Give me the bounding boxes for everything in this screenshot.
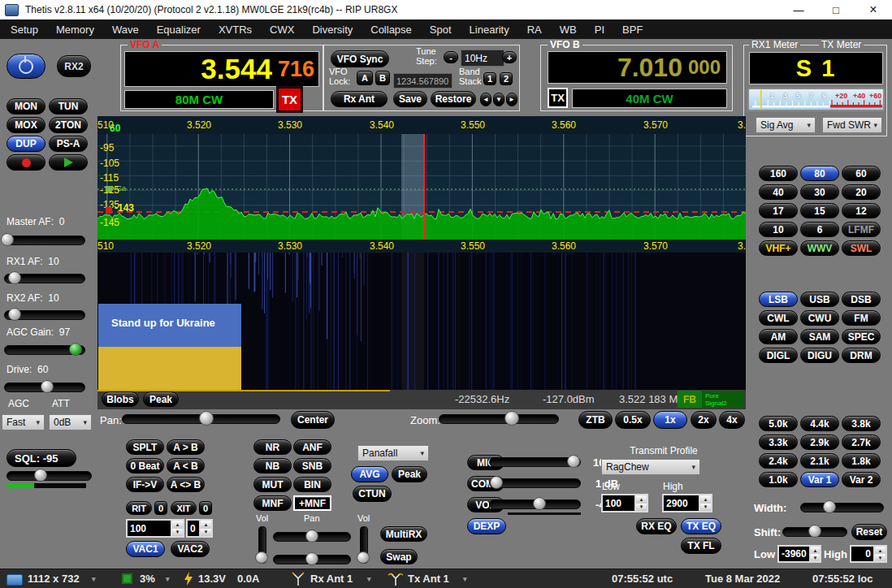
filter-button-2.4k[interactable]: 2.4k: [759, 453, 798, 469]
agc-gain-slider[interactable]: [4, 344, 85, 356]
dsp-button-anf[interactable]: ANF: [293, 439, 331, 455]
frequency-entry-field[interactable]: 1234.567890: [393, 73, 452, 89]
tx-high-spinner[interactable]: 2900▲▼: [662, 494, 712, 512]
menu-item-xvtrs[interactable]: XVTRs: [210, 24, 261, 36]
menu-item-collapse[interactable]: Collapse: [362, 24, 421, 36]
tx-fl-button[interactable]: TX FL: [681, 538, 721, 554]
band-next-button[interactable]: ►: [506, 93, 517, 106]
band-stack-2-button[interactable]: 2: [500, 72, 513, 85]
vfo-a-frequency-display[interactable]: 3.544 716: [124, 51, 319, 87]
mode-button-dsb[interactable]: DSB: [842, 292, 881, 307]
menu-item-bpf[interactable]: BPF: [613, 24, 652, 36]
menu-item-linearity[interactable]: Linearity: [461, 24, 518, 36]
menu-item-wave[interactable]: Wave: [103, 24, 148, 36]
dsp-button-+mnf[interactable]: +MNF: [293, 495, 331, 511]
agc-marker[interactable]: [106, 186, 112, 192]
peak-label-button[interactable]: Peak: [143, 391, 179, 407]
shift-reset-button[interactable]: Reset: [851, 524, 887, 540]
mode-button-digu[interactable]: DIGU: [800, 348, 839, 363]
rx1-pan-slider[interactable]: [273, 530, 351, 543]
filter-button-1.0k[interactable]: 1.0k: [759, 472, 798, 487]
dsp-button-mut[interactable]: MUT: [253, 477, 292, 492]
filter-button-2.1k[interactable]: 2.1k: [800, 453, 839, 469]
save-button[interactable]: Save: [393, 91, 427, 107]
mox-button[interactable]: MOX: [6, 117, 45, 133]
filter-button-var1[interactable]: Var 1: [800, 472, 839, 487]
mode-button-usb[interactable]: USB: [800, 292, 839, 307]
filter-button-3.3k[interactable]: 3.3k: [759, 435, 798, 450]
rit-step-spinner[interactable]: 100▲▼: [126, 519, 184, 538]
band-button-vhf+[interactable]: VHF+: [759, 240, 798, 256]
band-button-60[interactable]: 60: [842, 166, 881, 181]
rx-meter-mode-select[interactable]: Sig Avg▾: [756, 117, 816, 133]
mode-button-cwu[interactable]: CWU: [800, 310, 839, 326]
dsp-button-bin[interactable]: BIN: [293, 477, 331, 492]
mode-button-spec[interactable]: SPEC: [842, 329, 881, 344]
band-button-40[interactable]: 40: [759, 184, 798, 200]
vfo-lock-b-button[interactable]: B: [375, 71, 390, 85]
filter-high-spinner[interactable]: 0▲▼: [850, 545, 887, 563]
vfo-op-button-ifv[interactable]: IF->V: [126, 477, 164, 492]
center-button[interactable]: Center: [291, 411, 335, 429]
band-prev-button[interactable]: ◄: [480, 93, 491, 106]
band-button-12[interactable]: 12: [842, 203, 881, 218]
band-button-10[interactable]: 10: [759, 222, 798, 237]
menu-item-equalizer[interactable]: Equalizer: [148, 24, 210, 36]
mon-button[interactable]: MON: [6, 98, 45, 115]
tune-step-down-button[interactable]: -: [444, 51, 458, 63]
band-button-160[interactable]: 160: [759, 166, 798, 181]
rx2-af-slider[interactable]: [4, 309, 85, 321]
menu-item-pi[interactable]: PI: [586, 24, 613, 36]
close-button[interactable]: ×: [855, 0, 892, 19]
vfo-lock-a-button[interactable]: A: [357, 71, 373, 85]
transmit-profile-select[interactable]: RagChew▾: [601, 459, 700, 475]
tun-button[interactable]: TUN: [49, 98, 88, 115]
xit-value-button[interactable]: 0: [199, 501, 212, 515]
sql-button[interactable]: SQL: -95: [6, 449, 76, 467]
swap-button[interactable]: Swap: [380, 549, 418, 564]
rx1-af-slider[interactable]: [4, 272, 85, 284]
vfo-op-button-ab[interactable]: A <> B: [167, 477, 205, 492]
tx-frequency-line[interactable]: [423, 134, 425, 240]
rit-value-button[interactable]: 0: [154, 501, 167, 515]
ps-a-button[interactable]: PS-A: [49, 136, 88, 152]
filter-button-2.7k[interactable]: 2.7k: [842, 435, 881, 450]
band-button-6[interactable]: 6: [800, 222, 839, 237]
rit-button[interactable]: RIT: [126, 501, 152, 515]
mode-button-cwl[interactable]: CWL: [759, 310, 798, 326]
width-slider[interactable]: [800, 501, 884, 513]
waterfall-display[interactable]: Stand up for Ukraine: [97, 253, 746, 390]
zoom-2x-button[interactable]: 2x: [691, 411, 717, 429]
zoom-slider[interactable]: [439, 413, 559, 425]
play-button[interactable]: [49, 154, 88, 171]
filter-button-5.0k[interactable]: 5.0k: [759, 416, 798, 431]
band-button-15[interactable]: 15: [800, 203, 839, 218]
dsp-button-snb[interactable]: SNB: [293, 458, 331, 473]
rx-eq-button[interactable]: RX EQ: [636, 518, 677, 534]
rx2-pan-slider[interactable]: [273, 553, 351, 565]
panadapter-display[interactable]: 60 5103.5203.5303.5403.5503.5603.5703.5 …: [97, 116, 746, 409]
filter-button-3.8k[interactable]: 3.8k: [842, 416, 881, 431]
vfo-b-tx-button[interactable]: TX: [548, 88, 568, 108]
sql-slider[interactable]: [6, 469, 92, 482]
dup-button[interactable]: DUP: [6, 136, 45, 152]
filter-button-2.9k[interactable]: 2.9k: [800, 435, 839, 450]
ztb-button[interactable]: ZTB: [578, 411, 613, 429]
mode-button-drm[interactable]: DRM: [842, 348, 881, 363]
record-button[interactable]: [6, 154, 45, 171]
two-tone-button[interactable]: 2TON: [49, 117, 88, 133]
vfo-op-button-0beat[interactable]: 0 Beat: [126, 458, 164, 473]
drive-slider[interactable]: [4, 381, 85, 393]
master-af-slider[interactable]: [4, 234, 85, 246]
restore-button[interactable]: Restore: [431, 91, 476, 107]
band-down-button[interactable]: ▼: [493, 93, 504, 106]
filter-button-var2[interactable]: Var 2: [842, 472, 881, 487]
dsp-button-nr[interactable]: NR: [253, 439, 292, 455]
mode-button-digl[interactable]: DIGL: [759, 348, 798, 363]
rx-antenna-dropdown-icon[interactable]: ▾: [367, 575, 371, 583]
band-button-17[interactable]: 17: [759, 203, 798, 218]
menu-item-setup[interactable]: Setup: [2, 24, 47, 36]
band-button-20[interactable]: 20: [842, 184, 881, 200]
vox-slider[interactable]: [489, 498, 581, 510]
menu-item-ra[interactable]: RA: [518, 24, 551, 36]
